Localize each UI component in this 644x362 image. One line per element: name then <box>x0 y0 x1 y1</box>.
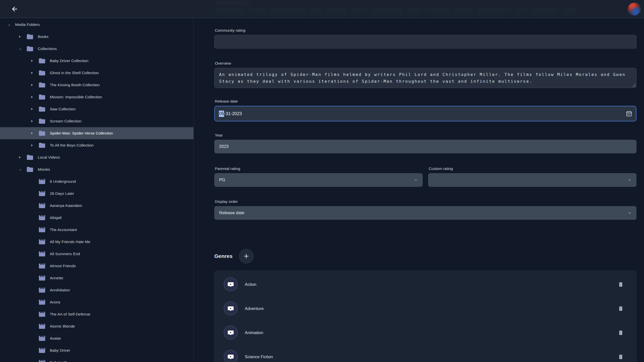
tree-item-anora[interactable]: Anora <box>0 296 193 308</box>
genre-row-animation[interactable]: Animation <box>215 321 636 345</box>
tree-item-all-my-friends-hate-me[interactable]: All My Friends Hate Me <box>0 236 193 248</box>
caret-collapsed-icon[interactable] <box>17 156 23 158</box>
caret-expanded-icon[interactable] <box>17 48 23 50</box>
caret-collapsed-icon[interactable] <box>17 36 23 38</box>
tree-item-label: Books <box>38 34 49 39</box>
folder-icon <box>26 154 34 161</box>
app-header <box>0 0 644 18</box>
community-rating-input[interactable] <box>214 35 636 49</box>
tree-item-label: Saw Collection <box>50 107 76 111</box>
tree-item-ghost-in-the-shell-collection[interactable]: Ghost in the Shell Collection <box>0 67 193 79</box>
tree-item-movies[interactable]: Movies <box>0 163 193 175</box>
folder-icon <box>38 69 46 77</box>
tree-item-avatar[interactable]: Avatar <box>0 332 193 344</box>
tree-item-label: Aaranya Kaandam <box>50 203 82 208</box>
genre-row-action[interactable]: Action <box>215 272 636 296</box>
display-order-select[interactable]: Release date <box>214 206 636 220</box>
date-segment-rest[interactable]: -31-2023 <box>224 111 242 116</box>
tree-item-label: Babyteeth <box>50 360 67 362</box>
edit-metadata-form: Community rating Overview An animated tr… <box>194 0 644 362</box>
folder-icon <box>38 93 46 101</box>
tree-item-baby-driver[interactable]: Baby Driver <box>0 344 193 356</box>
caret-collapsed-icon[interactable] <box>29 96 35 98</box>
delete-genre-icon[interactable] <box>618 330 624 336</box>
overview-textarea[interactable]: An animated trilogy of Spider-Man films … <box>214 68 636 88</box>
folder-icon <box>26 33 34 40</box>
caret-expanded-icon[interactable] <box>17 169 23 170</box>
tree-item-label: Scream Collection <box>50 119 82 123</box>
tree-item-books[interactable]: Books <box>0 31 193 43</box>
video-genre-icon <box>227 305 234 312</box>
delete-genre-icon[interactable] <box>618 306 624 311</box>
tree-item-babyteeth[interactable]: Babyteeth <box>0 356 193 362</box>
tree-item-to-all-the-boys-collection[interactable]: To All the Boys Collection <box>0 139 193 151</box>
back-arrow-icon[interactable] <box>9 4 20 15</box>
tree-item-label: Avatar <box>50 336 61 341</box>
custom-rating-select[interactable] <box>428 173 636 187</box>
tree-item-all-summers-end[interactable]: All Summers End <box>0 248 193 260</box>
year-input[interactable]: 2023 <box>214 140 636 153</box>
tree-item-local-videos[interactable]: Local Videos <box>0 151 193 163</box>
delete-genre-icon[interactable] <box>618 282 624 287</box>
tree-item-scream-collection[interactable]: Scream Collection <box>0 115 193 127</box>
release-date-input[interactable]: 05-31-2023 <box>214 106 636 121</box>
genre-row-science-fiction[interactable]: Science Fiction <box>215 345 636 362</box>
tree-item-annihilation[interactable]: Annihilation <box>0 284 193 296</box>
tree-item-label: The Kissing Booth Collection <box>50 83 100 87</box>
tree-item-abigail[interactable]: Abigail <box>0 212 193 224</box>
tree-item-collections[interactable]: Collections <box>0 43 193 55</box>
add-genre-button[interactable] <box>239 249 254 263</box>
genre-label: Adventure <box>245 306 264 311</box>
genre-row-adventure[interactable]: Adventure <box>215 296 636 321</box>
genre-label: Animation <box>245 330 263 335</box>
overview-label: Overview <box>214 61 636 66</box>
tree-item-28-days-later[interactable]: 28 Days Later <box>0 188 193 200</box>
user-avatar[interactable] <box>628 3 641 16</box>
textarea-resize-handle[interactable] <box>632 83 635 87</box>
folder-icon <box>38 57 46 65</box>
movie-icon <box>38 274 46 282</box>
tree-item-aaranya-kaandam[interactable]: Aaranya Kaandam <box>0 200 193 212</box>
caret-collapsed-icon[interactable] <box>29 72 35 74</box>
display-order-label: Display order <box>214 199 636 204</box>
tree-item-the-art-of-self-defense[interactable]: The Art of Self-Defense <box>0 308 193 320</box>
caret-collapsed-icon[interactable] <box>29 84 35 86</box>
tree-item-label: To All the Boys Collection <box>50 143 94 148</box>
tree-item-saw-collection[interactable]: Saw Collection <box>0 103 193 115</box>
delete-genre-icon[interactable] <box>618 354 624 360</box>
caret-collapsed-icon[interactable] <box>29 132 35 134</box>
tree-item-label: Mission: Impossible Collection <box>50 95 102 99</box>
tree-item-label: Ghost in the Shell Collection <box>50 71 99 75</box>
caret-collapsed-icon[interactable] <box>29 60 35 62</box>
tree-item-label: 6 Underground <box>50 179 76 184</box>
tree-item-label: The Art of Self-Defense <box>50 312 90 316</box>
tree-item-annette[interactable]: Annette <box>0 272 193 284</box>
parental-rating-label: Parental rating <box>214 166 423 171</box>
genre-avatar <box>224 350 238 362</box>
caret-expanded-icon[interactable] <box>6 24 12 26</box>
tree-item-media-folders[interactable]: Media Folders <box>0 19 193 31</box>
date-segment-selected[interactable]: 05 <box>219 111 224 117</box>
tree-item-baby-driver-collection[interactable]: Baby Driver Collection <box>0 55 193 67</box>
tree-item-label: All Summers End <box>50 252 80 256</box>
caret-collapsed-icon[interactable] <box>29 120 35 122</box>
tree-item-spider-man-spider-verse-collection[interactable]: Spider-Man: Spider-Verse Collection <box>0 127 193 139</box>
media-folders-tree: Media FoldersBooksCollectionsBaby Driver… <box>0 19 193 362</box>
tree-item-label: All My Friends Hate Me <box>50 240 90 244</box>
tree-item-6-underground[interactable]: 6 Underground <box>0 175 193 188</box>
tree-item-the-accountant[interactable]: The Accountant <box>0 224 193 236</box>
genre-avatar <box>224 326 238 340</box>
calendar-icon[interactable] <box>626 110 632 117</box>
tree-item-the-kissing-booth-collection[interactable]: The Kissing Booth Collection <box>0 79 193 91</box>
tree-item-mission-impossible-collection[interactable]: Mission: Impossible Collection <box>0 91 193 103</box>
folder-icon <box>38 129 46 137</box>
caret-collapsed-icon[interactable] <box>29 144 35 146</box>
media-folders-sidebar: Media FoldersBooksCollectionsBaby Driver… <box>0 0 194 362</box>
movie-icon <box>38 202 46 209</box>
tree-item-atomic-blonde[interactable]: Atomic Blonde <box>0 320 193 332</box>
tree-item-almost-friends[interactable]: Almost Friends <box>0 260 193 272</box>
parental-rating-select[interactable]: PG <box>214 173 423 187</box>
caret-collapsed-icon[interactable] <box>29 108 35 110</box>
tree-item-label: Anora <box>50 300 60 304</box>
movie-icon <box>38 250 46 258</box>
